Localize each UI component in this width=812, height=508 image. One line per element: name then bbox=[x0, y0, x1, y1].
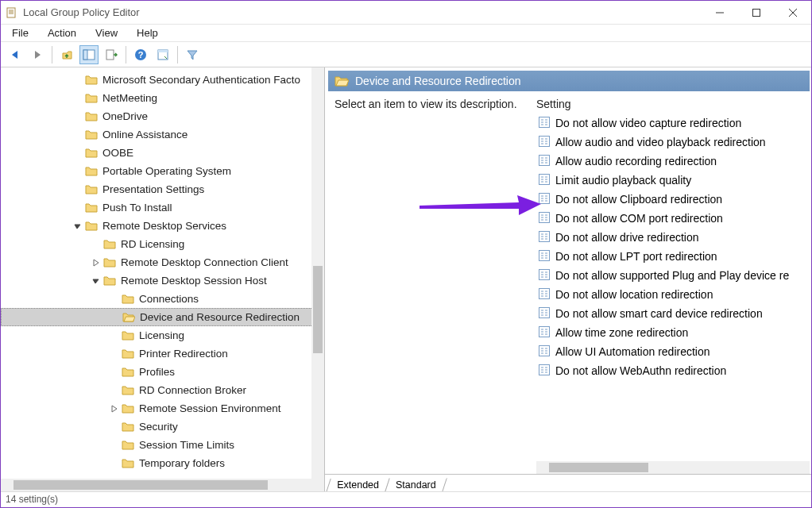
tree-item[interactable]: Push To Install bbox=[1, 198, 324, 217]
tree-item-label: Remote Desktop Session Host bbox=[121, 275, 267, 287]
back-button[interactable] bbox=[6, 45, 25, 64]
tree-item[interactable]: Online Assistance bbox=[1, 125, 324, 144]
show-hide-tree-button[interactable] bbox=[79, 45, 99, 64]
menu-file[interactable]: File bbox=[2, 25, 38, 40]
setting-item[interactable]: Allow time zone redirection bbox=[536, 323, 810, 342]
expander-spacer bbox=[72, 202, 83, 214]
svg-rect-9 bbox=[83, 50, 87, 60]
setting-item[interactable]: Allow audio recording redirection bbox=[536, 152, 810, 171]
chevron-down-icon[interactable] bbox=[91, 275, 102, 287]
folder-icon bbox=[85, 93, 102, 104]
tree-item[interactable]: Security bbox=[1, 418, 324, 436]
setting-label: Allow audio and video playback redirecti… bbox=[555, 136, 766, 148]
tree-item-label: Online Assistance bbox=[102, 129, 188, 140]
tree-item[interactable]: Device and Resource Redirection bbox=[1, 308, 324, 326]
tree-item[interactable]: NetMeeting bbox=[1, 89, 324, 107]
folder-icon bbox=[85, 184, 102, 195]
tab-standard[interactable]: Standard bbox=[385, 478, 447, 491]
tree-item[interactable]: RD Connection Broker bbox=[1, 381, 324, 399]
setting-item[interactable]: Do not allow WebAuthn redirection bbox=[536, 361, 810, 380]
tree-item[interactable]: Temporary folders bbox=[1, 454, 324, 472]
setting-label: Do not allow drive redirection bbox=[555, 231, 699, 244]
help-button[interactable]: ? bbox=[131, 45, 150, 64]
setting-item[interactable]: Do not allow smart card device redirecti… bbox=[536, 304, 810, 323]
setting-item[interactable]: Allow audio and video playback redirecti… bbox=[536, 133, 810, 152]
properties-button[interactable] bbox=[153, 45, 172, 64]
setting-label: Do not allow LPT port redirection bbox=[555, 250, 717, 263]
folder-icon bbox=[85, 221, 102, 232]
setting-item[interactable]: Limit audio playback quality bbox=[536, 171, 810, 190]
svg-rect-64 bbox=[539, 250, 550, 260]
folder-icon bbox=[122, 330, 139, 341]
setting-item[interactable]: Do not allow location redirection bbox=[536, 285, 810, 304]
minimize-button[interactable] bbox=[702, 1, 738, 25]
folder-icon bbox=[85, 166, 102, 177]
setting-item[interactable]: Allow UI Automation redirection bbox=[536, 342, 810, 361]
tree-item[interactable]: Licensing bbox=[1, 326, 324, 344]
forward-button[interactable] bbox=[28, 45, 47, 64]
description-prompt: Select an item to view its description. bbox=[334, 98, 530, 110]
settings-column-header[interactable]: Setting bbox=[536, 94, 810, 114]
settings-list[interactable]: Do not allow video capture redirectionAl… bbox=[536, 114, 810, 380]
tree-item[interactable]: Portable Operating System bbox=[1, 162, 324, 180]
setting-item[interactable]: Do not allow Clipboard redirection bbox=[536, 190, 810, 209]
setting-item[interactable]: Do not allow supported Plug and Play dev… bbox=[536, 266, 810, 285]
chevron-right-icon[interactable] bbox=[109, 403, 120, 414]
tree-item-label: NetMeeting bbox=[102, 92, 157, 104]
tree-item[interactable]: Connections bbox=[1, 290, 324, 308]
tree-item[interactable]: OOBE bbox=[1, 144, 324, 162]
tree-item[interactable]: Remote Desktop Session Host bbox=[1, 271, 324, 290]
svg-rect-78 bbox=[539, 288, 550, 298]
chevron-down-icon[interactable] bbox=[72, 221, 83, 232]
setting-item[interactable]: Do not allow COM port redirection bbox=[536, 209, 810, 228]
setting-item[interactable]: Do not allow drive redirection bbox=[536, 228, 810, 247]
setting-label: Allow audio recording redirection bbox=[555, 155, 717, 167]
horizontal-scrollbar[interactable] bbox=[536, 461, 810, 474]
tree-item[interactable]: Microsoft Secondary Authentication Facto bbox=[1, 71, 324, 89]
tree-item[interactable]: Profiles bbox=[1, 363, 324, 381]
tree-item[interactable]: Remote Desktop Connection Client bbox=[1, 253, 324, 271]
tree-item[interactable]: Remote Session Environment bbox=[1, 399, 324, 418]
setting-item[interactable]: Do not allow video capture redirection bbox=[536, 114, 810, 133]
tree-item[interactable]: Remote Desktop Services bbox=[1, 217, 324, 235]
chevron-right-icon[interactable] bbox=[91, 257, 102, 268]
up-button[interactable] bbox=[57, 45, 76, 64]
expander-spacer bbox=[91, 239, 102, 250]
export-list-button[interactable] bbox=[102, 45, 121, 64]
svg-rect-14 bbox=[158, 50, 168, 52]
expander-spacer bbox=[72, 111, 83, 122]
expander-spacer bbox=[72, 129, 83, 140]
menu-help[interactable]: Help bbox=[127, 25, 168, 40]
setting-label: Limit audio playback quality bbox=[555, 174, 691, 187]
tree[interactable]: Microsoft Secondary Authentication Facto… bbox=[1, 71, 324, 472]
toolbar-separator bbox=[177, 46, 178, 64]
horizontal-scrollbar[interactable] bbox=[1, 479, 324, 491]
setting-label: Do not allow video capture redirection bbox=[555, 117, 741, 129]
tree-item[interactable]: Printer Redirection bbox=[1, 344, 324, 363]
tree-item[interactable]: Session Time Limits bbox=[1, 436, 324, 454]
menu-action[interactable]: Action bbox=[38, 25, 86, 40]
svg-rect-99 bbox=[539, 345, 550, 356]
window-title: Local Group Policy Editor bbox=[23, 6, 702, 18]
folder-icon bbox=[85, 111, 102, 122]
vertical-scrollbar[interactable] bbox=[311, 67, 324, 479]
expander-spacer bbox=[109, 458, 120, 469]
folder-icon bbox=[85, 129, 102, 140]
toolbar: ? bbox=[1, 42, 811, 67]
setting-label: Do not allow location redirection bbox=[555, 288, 713, 301]
policy-setting-icon bbox=[538, 154, 551, 169]
maximize-button[interactable] bbox=[738, 1, 775, 25]
svg-rect-85 bbox=[539, 307, 550, 318]
tab-extended[interactable]: Extended bbox=[326, 479, 389, 491]
tree-item[interactable]: Presentation Settings bbox=[1, 180, 324, 198]
filter-button[interactable] bbox=[183, 45, 202, 64]
tree-item[interactable]: OneDrive bbox=[1, 107, 324, 125]
setting-item[interactable]: Do not allow LPT port redirection bbox=[536, 247, 810, 266]
folder-icon bbox=[122, 458, 139, 469]
menu-view[interactable]: View bbox=[86, 25, 127, 40]
close-button[interactable] bbox=[775, 1, 811, 25]
folder-icon bbox=[85, 148, 102, 159]
tree-item[interactable]: RD Licensing bbox=[1, 235, 324, 253]
tree-item-label: RD Licensing bbox=[121, 238, 184, 250]
policy-setting-icon bbox=[538, 249, 551, 264]
